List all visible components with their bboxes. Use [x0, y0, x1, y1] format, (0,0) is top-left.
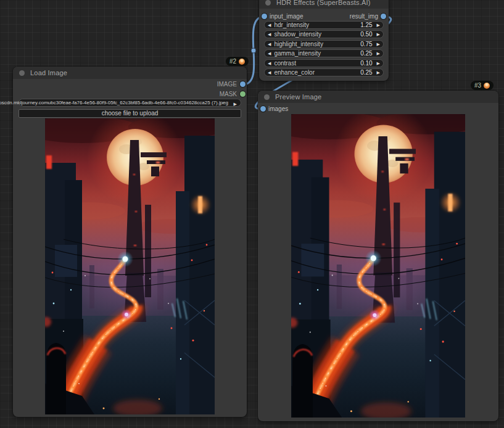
- collapse-dot[interactable]: [265, 0, 271, 6]
- output-slot-result-img[interactable]: [381, 14, 386, 19]
- widget-shadow-intensity[interactable]: ◀ shadow_intensity 0.50 ▶: [264, 30, 384, 38]
- node-hdr-title-bar[interactable]: HDR Effects (SuperBeasts.AI): [259, 0, 389, 9]
- output-label: IMAGE: [217, 81, 237, 88]
- node-title: Load Image: [30, 69, 67, 76]
- decrement-arrow-icon[interactable]: ◀: [268, 31, 271, 38]
- collapse-dot[interactable]: [264, 94, 270, 100]
- widget-label: shadow_intensity: [274, 31, 360, 38]
- widget-label: hdr_intensity: [274, 22, 360, 28]
- increment-arrow-icon[interactable]: ▶: [377, 31, 380, 38]
- result-image-preview: [291, 114, 465, 418]
- widget-label: contrast: [274, 60, 360, 67]
- badge-number: #2: [229, 58, 236, 65]
- increment-arrow-icon[interactable]: ▶: [377, 69, 380, 76]
- widget-gamma-intensity[interactable]: ◀ gamma_intensity 0.25 ▶: [264, 49, 384, 57]
- node-load-image-title-bar[interactable]: Load Image: [13, 67, 247, 79]
- node-hdr-effects[interactable]: HDR Effects (SuperBeasts.AI) input_image…: [259, 0, 389, 81]
- loaded-image-preview: [45, 118, 215, 414]
- input-slot-input-image[interactable]: [262, 14, 267, 19]
- decrement-arrow-icon[interactable]: ◀: [268, 60, 271, 67]
- decrement-arrow-icon[interactable]: ◀: [268, 69, 271, 76]
- widget-value: 1.25: [360, 22, 372, 28]
- fox-emoji-icon: [484, 83, 490, 89]
- widget-value: 0.25: [360, 50, 372, 57]
- fox-emoji-icon: [239, 59, 245, 65]
- widget-highlight-intensity[interactable]: ◀ highlight_intensity 0.75 ▶: [264, 40, 384, 48]
- widget-contrast[interactable]: ◀ contrast 0.10 ▶: [264, 59, 384, 67]
- increment-arrow-icon[interactable]: ▶: [377, 60, 380, 67]
- widget-label: gamma_intensity: [274, 50, 360, 57]
- badge-number: #3: [474, 82, 481, 89]
- widget-hdr-intensity[interactable]: ◀ hdr_intensity 1.25 ▶: [264, 21, 384, 29]
- decrement-arrow-icon[interactable]: ◀: [268, 41, 271, 47]
- widget-label: highlight_intensity: [274, 41, 360, 47]
- node-badge: #3: [471, 81, 494, 90]
- node-badge: #2: [226, 57, 249, 66]
- increment-arrow-icon[interactable]: ▶: [377, 22, 380, 28]
- input-slot-images[interactable]: [260, 106, 266, 112]
- output-label: result_img: [350, 13, 378, 20]
- node-title: Preview Image: [275, 93, 321, 101]
- node-load-image[interactable]: Load Image IMAGE MASK tpscdn.midjourney.…: [13, 67, 247, 417]
- output-slot-image[interactable]: [240, 81, 246, 87]
- image-filename: tpscdn.midjourney.comubc30feae-fa76-4e56…: [0, 100, 228, 106]
- widget-value: 0.10: [360, 60, 372, 67]
- node-preview-image[interactable]: Preview Image images: [258, 91, 498, 421]
- output-slot-mask[interactable]: [240, 91, 246, 97]
- choose-file-button[interactable]: choose file to upload: [19, 109, 241, 118]
- node-canvas[interactable]: HDR Effects (SuperBeasts.AI) input_image…: [0, 0, 504, 428]
- widget-value: 0.75: [360, 41, 372, 47]
- widget-label: enhance_color: [274, 69, 360, 76]
- output-label: MASK: [220, 91, 237, 98]
- combo-arrow-icon[interactable]: ▶: [234, 101, 237, 107]
- decrement-arrow-icon[interactable]: ◀: [268, 50, 271, 57]
- link-midpoint-dot: [251, 48, 256, 53]
- increment-arrow-icon[interactable]: ▶: [377, 41, 380, 47]
- increment-arrow-icon[interactable]: ▶: [377, 50, 380, 57]
- image-filename-combo[interactable]: tpscdn.midjourney.comubc30feae-fa76-4e56…: [19, 99, 241, 107]
- decrement-arrow-icon[interactable]: ◀: [268, 22, 271, 28]
- input-label: input_image: [270, 13, 303, 20]
- collapse-dot[interactable]: [19, 70, 25, 76]
- widget-enhance-color[interactable]: ◀ enhance_color 0.25 ▶: [264, 68, 384, 76]
- node-preview-title-bar[interactable]: Preview Image: [258, 91, 498, 103]
- widget-value: 0.50: [360, 31, 372, 38]
- node-title: HDR Effects (SuperBeasts.AI): [276, 0, 371, 6]
- input-label: images: [268, 105, 288, 113]
- widget-value: 0.25: [360, 69, 372, 76]
